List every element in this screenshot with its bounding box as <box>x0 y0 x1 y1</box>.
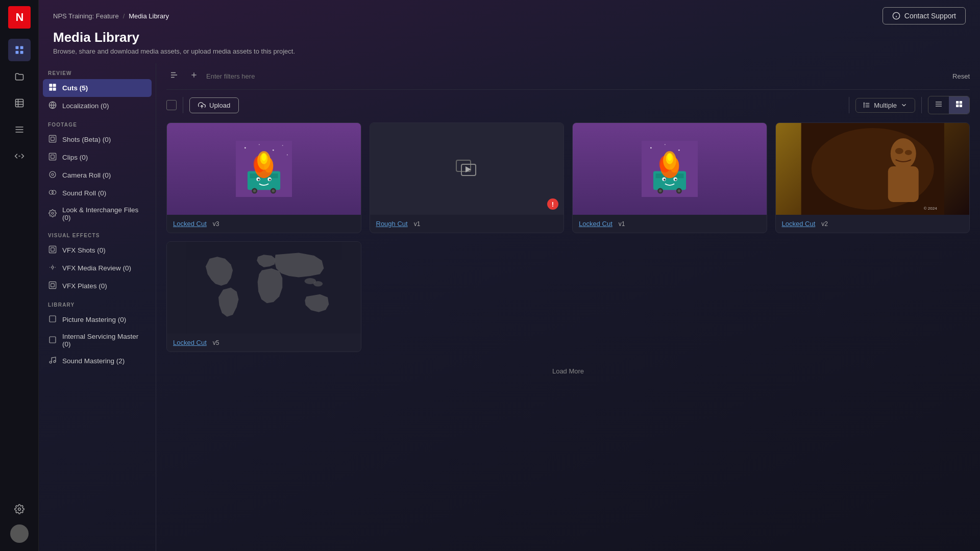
media-card-5[interactable]: Locked Cut v5 <box>166 241 361 352</box>
filter-icon-button[interactable] <box>166 68 182 84</box>
svg-point-26 <box>52 173 54 176</box>
breadcrumb-current: Media Library <box>129 12 169 20</box>
upload-icon <box>198 102 206 109</box>
info-circle-icon <box>892 12 900 20</box>
internal-servicing-label: Internal Servicing Master (0) <box>62 333 146 348</box>
card-5-title[interactable]: Locked Cut <box>173 339 207 346</box>
plus-icon <box>190 71 198 79</box>
svg-rect-1 <box>20 46 23 49</box>
card-1-info: Locked Cut v3 <box>167 215 361 233</box>
media-card-1[interactable]: Locked Cut v3 <box>166 122 361 233</box>
card-3-version: v1 <box>619 220 625 228</box>
table-icon <box>14 98 24 108</box>
filter-icon <box>169 70 179 80</box>
card-2-title[interactable]: Rough Cut <box>376 220 408 228</box>
breadcrumb-parent[interactable]: NPS Training: Feature <box>53 12 119 20</box>
localization-label: Localization (0) <box>62 102 109 110</box>
sidebar-item-sound-mastering[interactable]: Sound Mastering (2) <box>43 352 152 370</box>
media-card-4[interactable]: © 2024 Locked Cut v2 <box>775 122 970 233</box>
internal-servicing-icon <box>48 336 57 345</box>
nav-section-footage: FOOTAGE <box>43 115 152 131</box>
card-4-version: v2 <box>821 220 828 228</box>
svg-point-82 <box>650 147 652 148</box>
cuts-icon <box>48 83 57 93</box>
svg-point-90 <box>677 189 680 192</box>
card-4-title[interactable]: Locked Cut <box>782 220 816 228</box>
sort-label: Multiple <box>874 102 897 109</box>
view-toggle <box>928 96 970 114</box>
toolbar-divider <box>183 97 183 113</box>
toolbar-divider-3 <box>921 97 922 113</box>
card-1-thumbnail <box>167 123 361 215</box>
sidebar-item-vfx-shots[interactable]: VFX Shots (0) <box>43 241 152 259</box>
page-title: Media Library <box>53 30 966 45</box>
upload-button[interactable]: Upload <box>189 97 239 113</box>
sidebar-item-look-interchange[interactable]: Look & Interchange Files (0) <box>43 202 152 226</box>
reset-filters-button[interactable]: Reset <box>952 72 970 80</box>
svg-rect-22 <box>51 137 55 141</box>
main-content: NPS Training: Feature / Media Library Co… <box>39 0 980 551</box>
media-toolbar: Upload Multiple <box>166 96 970 114</box>
nav-icon-keyframe[interactable] <box>8 145 31 167</box>
sidebar-item-camera-roll[interactable]: Camera Roll (0) <box>43 166 152 184</box>
sound-roll-icon <box>48 188 57 198</box>
svg-point-61 <box>287 155 288 156</box>
sidebar-item-vfx-media-review[interactable]: VFX Media Review (0) <box>43 259 152 277</box>
svg-rect-31 <box>51 248 55 252</box>
sidebar-item-localization[interactable]: Localization (0) <box>43 97 152 115</box>
nav-icon-folder[interactable] <box>8 65 31 88</box>
sidebar-item-shots-beta[interactable]: Shots (Beta) (0) <box>43 131 152 148</box>
upload-label: Upload <box>209 102 230 109</box>
user-avatar[interactable] <box>10 524 29 543</box>
breadcrumb-separator: / <box>123 12 125 20</box>
svg-point-84 <box>678 149 680 151</box>
breadcrumb: NPS Training: Feature / Media Library <box>53 12 169 20</box>
card-5-thumbnail <box>167 242 361 334</box>
filter-add-button[interactable] <box>187 69 201 84</box>
cuts-label: Cuts (5) <box>62 84 88 92</box>
svg-rect-52 <box>956 101 959 104</box>
icon-sidebar: N <box>0 0 39 551</box>
netflix-logo: N <box>8 6 31 29</box>
svg-point-37 <box>50 361 52 363</box>
sidebar-item-internal-servicing[interactable]: Internal Servicing Master (0) <box>43 329 152 352</box>
card-1-title[interactable]: Locked Cut <box>173 220 207 228</box>
svg-point-67 <box>272 189 275 192</box>
media-card-2[interactable]: ! Rough Cut v1 <box>370 122 565 233</box>
nav-icon-table[interactable] <box>8 92 31 114</box>
nav-icon-list[interactable] <box>8 118 31 141</box>
select-all-checkbox[interactable] <box>166 100 177 110</box>
vfx-shots-icon <box>48 245 57 255</box>
list-view-button[interactable] <box>928 96 949 114</box>
card-3-title[interactable]: Locked Cut <box>579 220 612 228</box>
filter-input[interactable] <box>206 72 947 80</box>
sidebar-item-vfx-plates[interactable]: VFX Plates (0) <box>43 277 152 295</box>
left-nav: REVIEW Cuts (5) Localization (0) FOOTAGE <box>39 63 156 551</box>
grid-view-button[interactable] <box>949 96 969 114</box>
media-card-3[interactable]: Locked Cut v1 <box>572 122 767 233</box>
svg-rect-4 <box>15 99 23 107</box>
vfx-plates-label: VFX Plates (0) <box>62 282 107 290</box>
sidebar-item-sound-roll[interactable]: Sound Roll (0) <box>43 184 152 202</box>
film-placeholder-icon <box>454 156 479 182</box>
nav-icon-grid[interactable] <box>8 39 31 61</box>
keyframe-icon <box>14 151 24 161</box>
dumpster-fire-image <box>236 141 292 197</box>
picture-mastering-label: Picture Mastering (0) <box>62 316 126 323</box>
page-title-area: Media Library Browse, share and download… <box>39 30 980 63</box>
sidebar-item-picture-mastering[interactable]: Picture Mastering (0) <box>43 311 152 329</box>
sidebar-item-clips[interactable]: Clips (0) <box>43 148 152 166</box>
nav-icon-settings[interactable] <box>8 498 31 520</box>
list-icon <box>14 124 24 135</box>
sidebar-item-cuts[interactable]: Cuts (5) <box>43 79 152 97</box>
vfx-plates-icon <box>48 281 57 291</box>
card-4-info: Locked Cut v2 <box>776 215 970 233</box>
card-2-version: v1 <box>414 220 421 228</box>
load-more-button[interactable]: Load More <box>166 357 970 377</box>
camera-roll-label: Camera Roll (0) <box>62 171 111 179</box>
contact-support-button[interactable]: Contact Support <box>883 7 966 24</box>
svg-point-58 <box>259 144 260 145</box>
contact-support-label: Contact Support <box>904 12 956 20</box>
svg-point-71 <box>269 179 271 181</box>
sort-button[interactable]: Multiple <box>855 98 915 113</box>
